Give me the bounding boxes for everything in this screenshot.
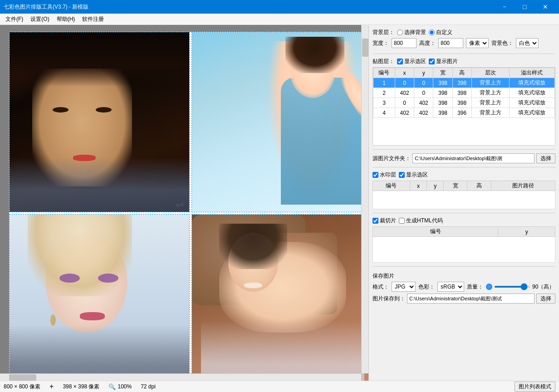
right-panel: 背景层： 选择背景 自定义 宽度： 高度： 像素 背景色：	[368, 25, 559, 381]
canvas-scroll[interactable]: BriE	[0, 25, 368, 381]
source-folder-row: 源图片文件夹： 选择	[373, 153, 555, 163]
table-row[interactable]: 4 402 402 398 396 背景上方 填充式缩放	[373, 108, 555, 118]
quality-icon	[486, 284, 492, 290]
minimize-button[interactable]: －	[494, 0, 515, 14]
cb-wm-show-region[interactable]: 显示选区	[399, 171, 428, 179]
cb-slice-input[interactable]	[373, 218, 378, 224]
background-section: 背景层： 选择背景 自定义 宽度： 高度： 像素 背景色：	[373, 29, 555, 50]
radio-custom-bg[interactable]: 自定义	[429, 29, 452, 36]
cb-show-image[interactable]: 显示图片	[429, 58, 458, 65]
th-w: 宽	[433, 68, 452, 78]
add-icon-item[interactable]: +	[49, 382, 54, 391]
cell-y: 0	[414, 78, 433, 88]
cell-w: 398	[433, 108, 452, 118]
radio-custom-bg-input[interactable]	[429, 29, 435, 35]
statusbar: 800 × 800 像素 + 398 × 398 像素 🔍 100% 72 dp…	[0, 381, 559, 392]
source-folder-input[interactable]	[412, 153, 534, 163]
radio-select-bg[interactable]: 选择背景	[397, 29, 426, 36]
th-layer: 层次	[471, 68, 509, 78]
cb-html-input[interactable]	[399, 218, 405, 224]
quality-slider[interactable]	[494, 286, 530, 288]
wm-th-h: 高	[467, 181, 491, 191]
cell-id: 1	[373, 78, 395, 88]
watermark-table: 编号 x y 宽 高 图片路径	[373, 181, 555, 209]
table-row[interactable]: 2 402 0 398 398 背景上方 填充式缩放	[373, 88, 555, 98]
width-input[interactable]	[392, 38, 417, 48]
cell-x: 0	[395, 98, 414, 108]
bgcolor-label: 背景色：	[491, 39, 513, 47]
cell-overflow: 填充式缩放	[509, 98, 554, 108]
source-folder-label: 源图片文件夹：	[373, 155, 411, 162]
close-button[interactable]: ✕	[535, 0, 555, 14]
image-size: 398 × 398 像素	[63, 383, 99, 391]
image-cell-2[interactable]	[191, 32, 368, 212]
menubar: 文件(F) 设置(O) 帮助(H) 软件注册	[0, 14, 559, 25]
cb-show-region-input[interactable]	[397, 59, 403, 64]
canvas-size-item: 800 × 800 像素	[4, 383, 40, 391]
cb-show-region[interactable]: 显示选区	[397, 58, 426, 65]
menu-help[interactable]: 帮助(H)	[53, 15, 79, 24]
canvas-area: BriE	[0, 25, 368, 381]
cell-w: 398	[433, 88, 452, 98]
th-x: x	[395, 68, 414, 78]
format-label: 格式：	[373, 283, 389, 291]
image-cell-4[interactable]	[191, 214, 368, 381]
table-row[interactable]: 1 0 0 398 398 背景上方 填充式缩放	[373, 78, 555, 88]
height-input[interactable]	[438, 38, 463, 48]
th-id: 编号	[373, 68, 395, 78]
cell-x: 0	[395, 78, 414, 88]
source-folder-btn[interactable]: 选择	[536, 153, 555, 163]
tile-layer-label: 贴图层：	[373, 58, 394, 65]
slice-table: 编号 y	[373, 226, 555, 263]
slice-th-y: y	[498, 227, 555, 237]
width-label: 宽度：	[373, 39, 389, 47]
cb-slice[interactable]: 裁切片	[373, 217, 396, 225]
tile-section: 贴图层： 显示选区 显示图片 编号 x y	[373, 58, 555, 146]
cell-id: 4	[373, 108, 395, 118]
wm-th-id: 编号	[373, 181, 410, 191]
zoom-level: 100%	[118, 383, 132, 390]
cell-h: 398	[452, 98, 471, 108]
vertical-scrollbar[interactable]	[361, 25, 368, 373]
save-path-input[interactable]	[407, 294, 534, 304]
maximize-button[interactable]: □	[515, 0, 535, 14]
wm-th-y: y	[427, 181, 444, 191]
color-label: 色彩：	[418, 283, 435, 291]
image-cell-1[interactable]: BriE	[9, 32, 190, 212]
tile-table-empty-space	[373, 118, 555, 145]
zoom-item: 🔍 100%	[108, 383, 132, 390]
watermark-section: 水印层 显示选区 编号 x y 宽 高 图片路径	[373, 171, 555, 209]
radio-select-bg-input[interactable]	[397, 29, 403, 35]
save-path-btn[interactable]: 选择	[536, 294, 555, 304]
wm-th-path: 图片路径	[491, 181, 555, 191]
quality-row: 90（高）	[486, 283, 554, 291]
cb-watermark-input[interactable]	[373, 172, 378, 178]
cell-y: 0	[414, 88, 433, 98]
cell-h: 398	[452, 78, 471, 88]
add-icon[interactable]: +	[49, 382, 54, 391]
cell-id: 2	[373, 88, 395, 98]
cb-watermark[interactable]: 水印层	[373, 171, 396, 179]
menu-settings[interactable]: 设置(O)	[27, 15, 53, 24]
cb-html[interactable]: 生成HTML代码	[399, 217, 443, 225]
image-cell-3[interactable]	[9, 214, 190, 381]
cell-layer: 背景上方	[471, 108, 509, 118]
format-select[interactable]: JPG PNG BMP	[392, 282, 416, 292]
color-select[interactable]: sRGB RGB	[437, 282, 464, 292]
img-list-mode-btn[interactable]: 图片列表模式	[515, 382, 555, 392]
cb-wm-show-region-input[interactable]	[399, 172, 405, 178]
tile-table: 编号 x y 宽 高 层次 溢出样式 1 0 0 398 398 背景上方 填充…	[373, 68, 555, 118]
cell-h: 398	[452, 88, 471, 98]
horizontal-scrollbar[interactable]	[0, 373, 361, 381]
cell-w: 398	[433, 78, 452, 88]
slice-section: 裁切片 生成HTML代码 编号 y	[373, 217, 555, 263]
bgcolor-select[interactable]: 白色	[516, 38, 539, 48]
cell-id: 3	[373, 98, 395, 108]
unit-select[interactable]: 像素	[466, 38, 489, 48]
table-row[interactable]: 3 0 402 398 398 背景上方 填充式缩放	[373, 98, 555, 108]
cb-show-image-input[interactable]	[429, 59, 435, 64]
height-label: 高度：	[419, 39, 436, 47]
menu-register[interactable]: 软件注册	[78, 15, 108, 24]
menu-file[interactable]: 文件(F)	[2, 15, 27, 24]
titlebar-title: 七彩色图片排版工具(V3.7) - 新模版	[4, 3, 88, 11]
